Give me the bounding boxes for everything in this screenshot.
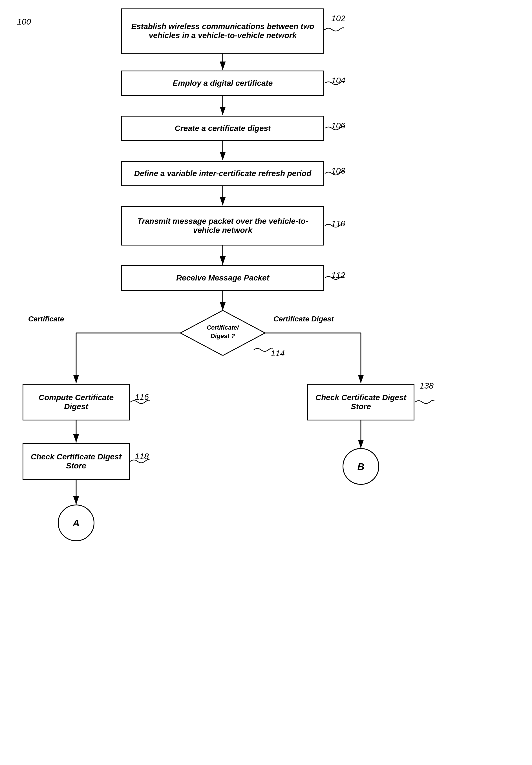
diamond-114: Certificate/ Digest ? (180, 311, 265, 356)
terminal-a-label: A (73, 517, 80, 528)
ref-102: 102 (331, 14, 345, 23)
box-116: Compute Certificate Digest (23, 384, 130, 420)
terminal-b-label: B (358, 461, 365, 472)
certificate-digest-label: Certificate Digest (273, 315, 334, 324)
box-116-text: Compute Certificate Digest (23, 392, 129, 412)
box-104-text: Employ a digital certificate (170, 77, 276, 89)
box-118: Check Certificate Digest Store (23, 443, 130, 480)
flowchart-diagram: 100 (0, 0, 532, 765)
box-110-text: Transmit message packet over the vehicle… (122, 215, 323, 236)
ref-110: 110 (331, 219, 345, 228)
ref-104: 104 (331, 76, 345, 85)
box-112-text: Receive Message Packet (173, 272, 272, 284)
ref-112: 112 (331, 270, 345, 280)
box-102: Establish wireless communications betwee… (121, 8, 324, 54)
ref-108: 108 (331, 166, 345, 176)
svg-text:Digest ?: Digest ? (211, 333, 235, 340)
ref-118: 118 (135, 451, 149, 461)
ref-114: 114 (271, 349, 285, 358)
box-106: Create a certificate digest (121, 116, 324, 141)
arrows-svg (0, 0, 532, 765)
box-102-text: Establish wireless communications betwee… (122, 21, 323, 41)
box-108-text: Define a variable inter-certificate refr… (132, 168, 314, 180)
box-112: Receive Message Packet (121, 265, 324, 291)
ref-106: 106 (331, 121, 345, 130)
box-138: Check Certificate Digest Store (307, 384, 414, 420)
box-106-text: Create a certificate digest (172, 123, 274, 134)
box-118-text: Check Certificate Digest Store (23, 451, 129, 472)
ref-116: 116 (135, 392, 149, 402)
box-104: Employ a digital certificate (121, 71, 324, 96)
ref-138: 138 (419, 381, 433, 390)
terminal-b: B (343, 448, 379, 485)
certificate-label: Certificate (28, 315, 64, 324)
box-138-text: Check Certificate Digest Store (308, 392, 413, 412)
box-110: Transmit message packet over the vehicle… (121, 206, 324, 246)
ref-100: 100 (17, 17, 31, 27)
box-108: Define a variable inter-certificate refr… (121, 161, 324, 186)
svg-text:Certificate/: Certificate/ (207, 324, 240, 331)
terminal-a: A (58, 504, 95, 541)
